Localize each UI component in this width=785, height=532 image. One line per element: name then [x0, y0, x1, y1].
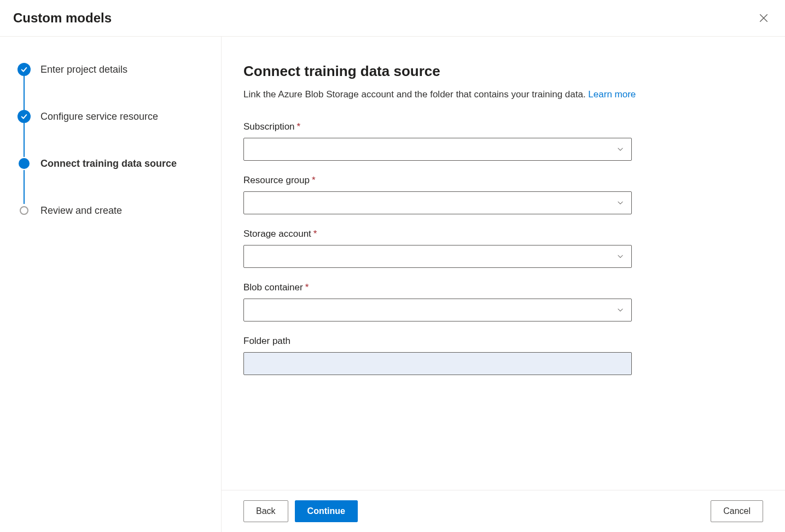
back-button[interactable]: Back	[243, 500, 288, 522]
required-asterisk: *	[313, 229, 317, 239]
required-asterisk: *	[312, 175, 316, 185]
step-label: Configure service resource	[40, 110, 158, 123]
cancel-button[interactable]: Cancel	[711, 500, 763, 522]
blob-container-select[interactable]	[243, 299, 632, 321]
wizard-footer: Back Continue Cancel	[222, 490, 785, 532]
step-label: Enter project details	[40, 63, 127, 76]
step-enter-project-details[interactable]: Enter project details	[18, 63, 203, 110]
subscription-select[interactable]	[243, 138, 632, 161]
resource-group-label: Resource group*	[243, 175, 632, 186]
step-label: Review and create	[40, 204, 122, 217]
step-connector	[24, 123, 25, 157]
step-label: Connect training data source	[40, 157, 177, 170]
page-description: Link the Azure Blob Storage account and …	[243, 87, 637, 102]
storage-account-field: Storage account*	[243, 229, 632, 269]
step-connector	[24, 170, 25, 204]
current-step-icon	[18, 157, 31, 170]
dialog-title: Custom models	[13, 10, 112, 26]
blob-container-field: Blob container*	[243, 282, 632, 323]
continue-button[interactable]: Continue	[295, 500, 358, 522]
pending-step-icon	[18, 204, 31, 217]
close-icon	[759, 13, 769, 23]
page-title: Connect training data source	[243, 63, 763, 80]
required-asterisk: *	[305, 282, 309, 293]
storage-account-label: Storage account*	[243, 229, 632, 239]
step-connect-training-data-source[interactable]: Connect training data source	[18, 157, 203, 204]
blob-container-label: Blob container*	[243, 282, 632, 293]
resource-group-field: Resource group*	[243, 175, 632, 215]
subscription-field: Subscription*	[243, 121, 632, 162]
storage-account-select[interactable]	[243, 245, 632, 268]
dialog-header: Custom models	[0, 0, 785, 37]
description-text: Link the Azure Blob Storage account and …	[243, 89, 588, 100]
learn-more-link[interactable]: Learn more	[588, 89, 636, 100]
folder-path-field: Folder path	[243, 336, 632, 375]
resource-group-select[interactable]	[243, 191, 632, 214]
subscription-label: Subscription*	[243, 121, 632, 132]
wizard-steps-sidebar: Enter project details Configure service …	[0, 37, 222, 532]
checkmark-icon	[18, 63, 31, 76]
folder-path-input[interactable]	[243, 352, 632, 375]
step-configure-service-resource[interactable]: Configure service resource	[18, 110, 203, 157]
step-connector	[24, 76, 25, 110]
folder-path-label: Folder path	[243, 336, 632, 347]
required-asterisk: *	[297, 121, 301, 132]
step-review-and-create[interactable]: Review and create	[18, 204, 203, 217]
close-button[interactable]	[755, 10, 772, 26]
checkmark-icon	[18, 110, 31, 123]
wizard-content: Connect training data source Link the Az…	[222, 37, 785, 490]
